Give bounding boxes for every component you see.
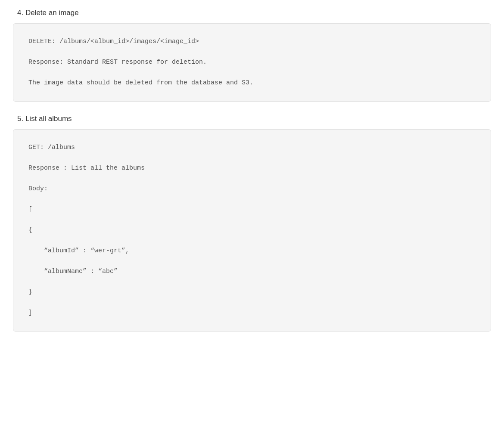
section-list-albums: 5. List all albums GET: /albums Response… — [13, 115, 491, 332]
section-4-code-block: DELETE: /albums/<album_id>/images/<image… — [13, 23, 491, 102]
section-4-heading: 4. Delete an image — [17, 9, 491, 17]
section-5-code-block: GET: /albums Response : List all the alb… — [13, 129, 491, 332]
section-5-heading: 5. List all albums — [17, 115, 491, 123]
section-delete-image: 4. Delete an image DELETE: /albums/<albu… — [13, 9, 491, 102]
page-content: 4. Delete an image DELETE: /albums/<albu… — [13, 9, 491, 332]
